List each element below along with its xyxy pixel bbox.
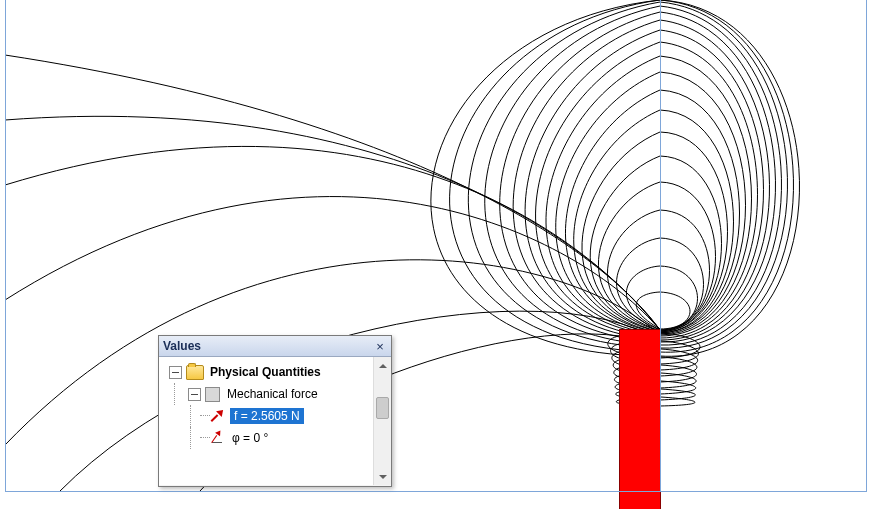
- values-titlebar[interactable]: Values ×: [159, 336, 391, 357]
- values-body: Physical Quantities Mechanical force f =…: [159, 357, 391, 485]
- values-title: Values: [163, 339, 201, 353]
- tree-guide-icon: [185, 427, 196, 449]
- close-icon[interactable]: ×: [373, 339, 387, 353]
- tree-item-mechanical-force[interactable]: Mechanical force: [159, 383, 374, 405]
- magnet-body: [620, 330, 660, 509]
- scroll-thumb[interactable]: [376, 397, 389, 419]
- expander-icon[interactable]: [169, 366, 182, 379]
- category-icon: [205, 387, 220, 402]
- values-tree: Physical Quantities Mechanical force f =…: [159, 357, 374, 485]
- scroll-down-button[interactable]: [374, 468, 391, 485]
- tree-root-label: Physical Quantities: [208, 364, 323, 380]
- scrollbar[interactable]: [373, 357, 391, 485]
- tree-item-angle-value[interactable]: φ = 0 °: [159, 427, 374, 449]
- tree-item-force-value[interactable]: f = 2.5605 N: [159, 405, 374, 427]
- values-panel: Values × Physical Quantities Mechanical …: [158, 335, 392, 487]
- tree-guide-icon: [185, 405, 196, 427]
- force-arrow-icon: [210, 409, 226, 423]
- tree-guide-icon: [169, 383, 180, 405]
- expander-icon[interactable]: [188, 388, 201, 401]
- angle-arrow-icon: [210, 431, 226, 445]
- scroll-up-button[interactable]: [374, 357, 391, 374]
- tree-guide-icon: [200, 437, 210, 439]
- tree-root-row[interactable]: Physical Quantities: [159, 361, 374, 383]
- tree-value-label: φ = 0 °: [230, 430, 270, 446]
- tree-guide-icon: [200, 415, 210, 417]
- field-plot: [0, 0, 872, 509]
- tree-item-label: Mechanical force: [225, 386, 320, 402]
- folder-icon: [186, 365, 204, 380]
- tree-value-label: f = 2.5605 N: [230, 408, 304, 424]
